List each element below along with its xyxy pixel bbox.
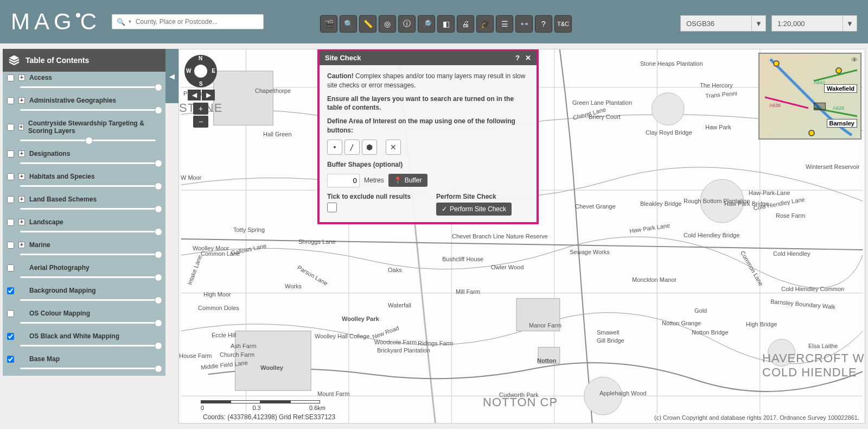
- overview-road-label: A642: [814, 80, 825, 85]
- place-label: Wintersett Reservoir: [806, 163, 860, 170]
- toc-item-checkbox[interactable]: [7, 124, 14, 131]
- zoom-in-button[interactable]: +: [193, 103, 208, 115]
- opacity-slider[interactable]: [20, 227, 161, 237]
- top-toolbar: 🎬 🔍 📏 ◎ ⓘ 🔎 ◧ 🖨 🎓 ☰ 👓 ? T&C: [320, 15, 572, 33]
- toc-item-checkbox[interactable]: [7, 264, 14, 272]
- tc-icon[interactable]: T&C: [554, 15, 572, 33]
- toc-item-checkbox[interactable]: [7, 173, 14, 180]
- place-label: Clay Royd Bridge: [646, 129, 692, 136]
- slider-thumb[interactable]: [155, 342, 162, 350]
- expand-icon[interactable]: +: [18, 242, 25, 248]
- next-extent-button[interactable]: ▶: [202, 90, 215, 100]
- identify-icon[interactable]: 🔎: [418, 15, 435, 33]
- slider-thumb[interactable]: [155, 296, 162, 304]
- scale-select[interactable]: 1:20,000▼: [771, 15, 857, 31]
- slider-thumb[interactable]: [85, 137, 93, 144]
- toc-title: Table of Contents: [25, 56, 89, 65]
- toc-item-checkbox[interactable]: [7, 97, 14, 104]
- draw-polygon-button[interactable]: ⬢: [362, 140, 377, 155]
- search-zoom-icon[interactable]: 🔍: [340, 15, 357, 33]
- opacity-slider[interactable]: [20, 83, 161, 92]
- toc-item-checkbox[interactable]: [7, 356, 14, 363]
- clear-shape-button[interactable]: ✕: [386, 140, 401, 155]
- slider-thumb[interactable]: [155, 205, 162, 213]
- zoom-out-button[interactable]: −: [193, 116, 208, 128]
- search-box[interactable]: 🔍 ▼: [112, 14, 264, 29]
- toc-item-checkbox[interactable]: [7, 150, 14, 157]
- slider-thumb[interactable]: [155, 84, 162, 91]
- opacity-slider[interactable]: [20, 318, 161, 328]
- map-viewport[interactable]: Painthorpe Chapelthorpe Hall Green W Moo…: [178, 49, 865, 424]
- opacity-slider[interactable]: [20, 159, 161, 168]
- expand-icon[interactable]: +: [18, 196, 25, 203]
- expand-icon[interactable]: +: [18, 97, 25, 104]
- opacity-slider[interactable]: [20, 105, 161, 115]
- film-icon[interactable]: 🎬: [320, 15, 337, 33]
- projection-select[interactable]: OSGB36▼: [680, 15, 766, 31]
- slider-thumb[interactable]: [155, 160, 162, 167]
- toc-item-checkbox[interactable]: [7, 287, 14, 294]
- chevron-down-icon: ▼: [750, 20, 768, 28]
- ruler-icon[interactable]: 📏: [359, 15, 376, 33]
- expand-icon[interactable]: +: [18, 124, 24, 130]
- slider-thumb[interactable]: [155, 228, 162, 236]
- help-icon[interactable]: ?: [515, 54, 520, 62]
- compass-circle[interactable]: N E S W: [184, 55, 217, 87]
- buffer-button[interactable]: 📍Buffer: [388, 174, 427, 187]
- sitecheck-title: Site Check: [325, 54, 361, 62]
- search-dropdown-icon[interactable]: ▼: [127, 19, 132, 24]
- expand-icon[interactable]: +: [18, 150, 25, 157]
- draw-line-button[interactable]: 〳: [344, 140, 360, 155]
- slider-thumb[interactable]: [155, 106, 162, 114]
- slider-thumb[interactable]: [155, 365, 162, 373]
- list-icon[interactable]: ☰: [496, 15, 513, 33]
- toc-item-checkbox[interactable]: [7, 242, 14, 249]
- overview-map[interactable]: 👁 Wakefield Barnsley A642 A636 A628: [758, 53, 861, 140]
- toc-collapse-button[interactable]: ◀: [165, 49, 178, 103]
- opacity-slider[interactable]: [20, 136, 161, 146]
- graduation-icon[interactable]: 🎓: [476, 15, 494, 33]
- expand-icon[interactable]: +: [18, 74, 25, 81]
- toc-item-checkbox[interactable]: [7, 310, 14, 317]
- draw-point-button[interactable]: •: [327, 140, 342, 155]
- chevron-down-icon: ▼: [841, 20, 859, 28]
- opacity-slider[interactable]: [20, 364, 161, 374]
- opacity-slider[interactable]: [20, 295, 161, 305]
- toc-item-checkbox[interactable]: [7, 219, 14, 226]
- slider-thumb[interactable]: [155, 274, 162, 281]
- info-icon[interactable]: ⓘ: [398, 15, 416, 33]
- place-label: Notton: [537, 357, 556, 364]
- opacity-slider[interactable]: [20, 250, 161, 260]
- expand-icon[interactable]: +: [18, 219, 25, 225]
- opacity-slider[interactable]: [20, 181, 161, 191]
- slider-thumb[interactable]: [155, 319, 162, 327]
- opacity-slider[interactable]: [20, 341, 161, 351]
- target-icon[interactable]: ◎: [379, 15, 396, 33]
- prev-extent-button[interactable]: ◀: [188, 90, 201, 100]
- perform-sitecheck-button[interactable]: ✓Perform Site Check: [436, 203, 512, 216]
- null-label: Tick to exclude null results: [327, 193, 420, 200]
- print-icon[interactable]: 🖨: [457, 15, 474, 33]
- place-label: Stone Heaps Plantation: [640, 60, 703, 67]
- toc-item-checkbox[interactable]: [7, 196, 14, 203]
- toc-item-checkbox[interactable]: [7, 333, 14, 340]
- toc-item-label: Marine: [29, 241, 50, 249]
- eraser-icon[interactable]: ◧: [437, 15, 455, 33]
- place-label: Sewage Works: [570, 249, 610, 255]
- expand-icon[interactable]: +: [18, 173, 25, 180]
- opacity-slider[interactable]: [20, 204, 161, 214]
- binoculars-icon[interactable]: 👓: [515, 15, 533, 33]
- close-icon[interactable]: ✕: [525, 54, 531, 62]
- globe-icon: [194, 65, 207, 78]
- slider-thumb[interactable]: [155, 251, 162, 258]
- exclude-null-checkbox[interactable]: [327, 203, 337, 212]
- buffer-input[interactable]: [327, 174, 360, 187]
- toc-item-checkbox[interactable]: [7, 74, 14, 81]
- place-label: Totty Spring: [233, 226, 265, 233]
- help-icon[interactable]: ?: [535, 15, 552, 33]
- opacity-slider[interactable]: [20, 273, 161, 282]
- slider-thumb[interactable]: [155, 182, 162, 190]
- search-input[interactable]: [136, 18, 259, 26]
- place-label: Oaks: [388, 267, 402, 273]
- place-label: Ridings Farm: [418, 340, 453, 346]
